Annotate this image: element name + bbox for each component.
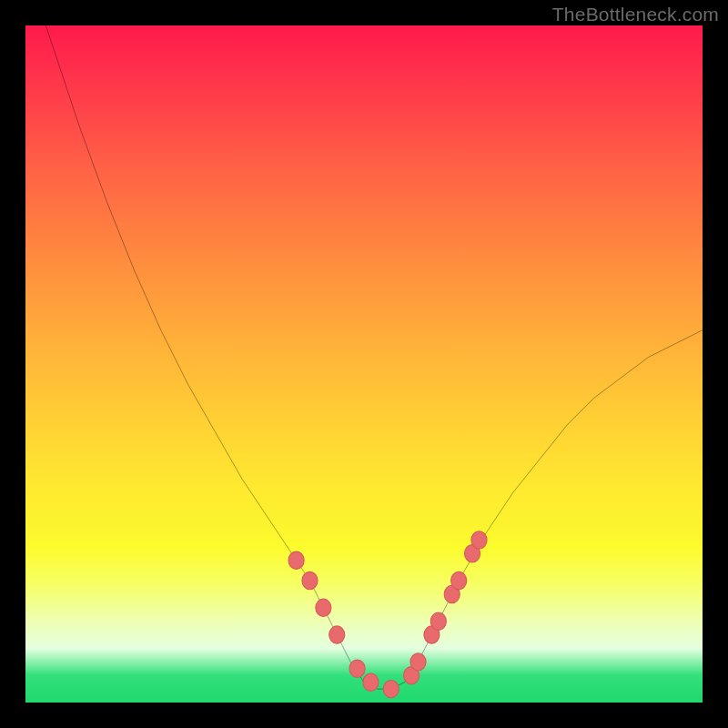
highlight-dot xyxy=(349,660,365,677)
highlight-dot xyxy=(302,571,318,589)
highlight-dot xyxy=(383,680,399,697)
marker-group xyxy=(288,531,487,698)
highlight-dot xyxy=(410,653,426,671)
highlight-dot xyxy=(329,626,345,643)
highlight-dot xyxy=(316,599,331,616)
chart-frame: TheBottleneck.com xyxy=(0,0,728,728)
chart-svg xyxy=(25,25,703,703)
highlight-dot xyxy=(288,551,304,569)
plot-area xyxy=(25,25,703,703)
watermark-text: TheBottleneck.com xyxy=(552,4,719,25)
highlight-dot xyxy=(363,673,379,691)
highlight-dot xyxy=(430,612,446,630)
highlight-dot xyxy=(451,571,467,589)
bottleneck-curve xyxy=(46,25,703,689)
highlight-dot xyxy=(471,531,487,549)
